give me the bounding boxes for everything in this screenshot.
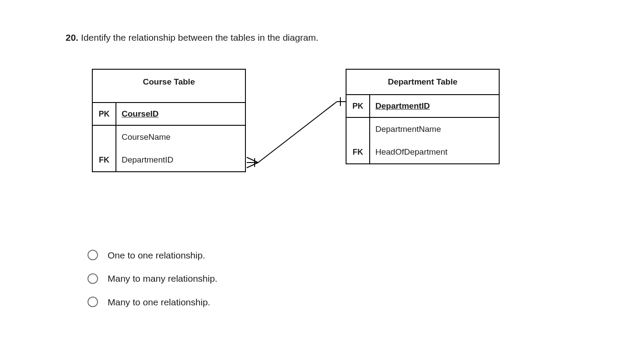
course-table-title: Course Table (93, 70, 245, 103)
table-row: FK HeadOfDepartment (346, 141, 499, 163)
column-name: DepartmentID (370, 100, 430, 113)
svg-line-2 (247, 157, 258, 163)
question-number: 20. (66, 32, 78, 42)
answer-options: One to one relationship. Many to many re… (88, 248, 578, 309)
table-row: PK DepartmentID (346, 95, 499, 118)
key-indicator: FK (93, 149, 116, 171)
column-name: DepartmentID (116, 154, 173, 166)
column-name: CourseID (116, 108, 158, 120)
radio-icon (88, 273, 98, 284)
radio-icon (88, 297, 98, 307)
option-one-to-one[interactable]: One to one relationship. (88, 248, 578, 262)
department-table-title: Department Table (346, 70, 499, 96)
radio-icon (88, 250, 98, 260)
column-name: HeadOfDepartment (370, 146, 448, 159)
key-indicator: FK (346, 141, 370, 163)
key-indicator: PK (93, 103, 116, 125)
column-name: DepartmentName (370, 123, 441, 136)
column-name: CourseName (116, 131, 171, 144)
table-row: FK DepartmentID (93, 149, 245, 171)
svg-line-0 (258, 102, 337, 163)
table-row: PK CourseID (93, 103, 245, 126)
course-table: Course Table PK CourseID CourseName FK D… (92, 69, 246, 173)
key-indicator (346, 118, 370, 141)
option-many-to-many[interactable]: Many to many relationship. (88, 272, 578, 286)
option-label: Many to many relationship. (108, 272, 217, 286)
question-text-content: Identify the relationship between the ta… (81, 32, 318, 42)
question-header: 20. Identify the relationship between th… (66, 31, 578, 45)
table-row: DepartmentName (346, 118, 499, 141)
svg-line-3 (247, 163, 258, 168)
er-diagram: Course Table PK CourseID CourseName FK D… (92, 69, 512, 196)
department-table: Department Table PK DepartmentID Departm… (346, 69, 500, 165)
table-row: CourseName (93, 126, 245, 149)
option-many-to-one[interactable]: Many to one relationship. (88, 295, 578, 309)
key-indicator: PK (346, 95, 370, 117)
key-indicator (93, 126, 116, 149)
option-label: One to one relationship. (108, 248, 205, 262)
option-label: Many to one relationship. (108, 295, 210, 309)
